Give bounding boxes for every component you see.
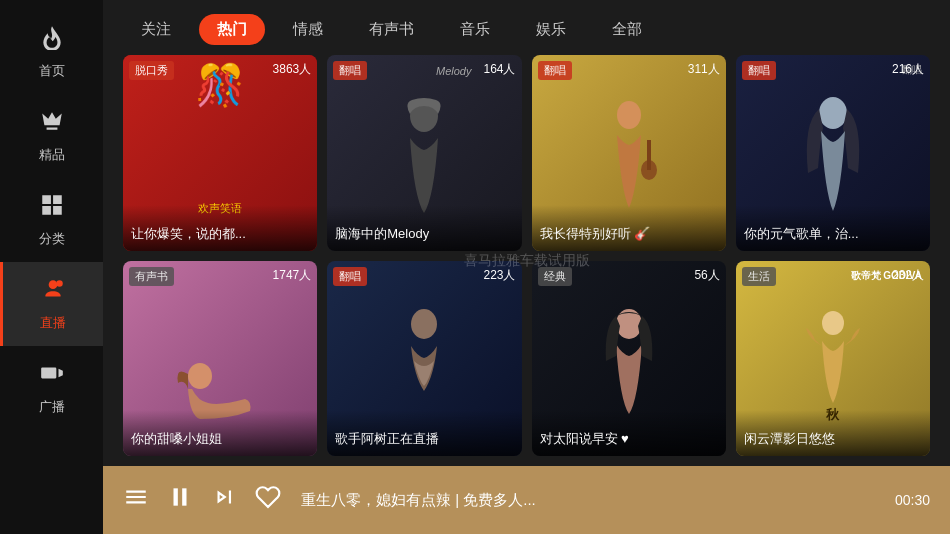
sidebar-item-broadcast[interactable]: 广播 — [0, 346, 103, 430]
playlist-icon[interactable] — [123, 484, 149, 516]
sidebar-item-category-label: 分类 — [39, 230, 65, 248]
card-tag: 经典 — [538, 267, 572, 286]
card-count: 1747人 — [273, 267, 312, 284]
card-tag: 翻唱 — [538, 61, 572, 80]
svg-point-5 — [617, 101, 641, 129]
player-controls — [123, 484, 281, 516]
pause-icon[interactable] — [167, 484, 193, 516]
sidebar-item-premium-label: 精品 — [39, 146, 65, 164]
card-tag: 生活 — [742, 267, 776, 286]
tab-emotion[interactable]: 情感 — [275, 14, 341, 45]
svg-point-12 — [822, 311, 844, 335]
sidebar-item-live-label: 直播 — [40, 314, 66, 332]
card-title: 让你爆笑，说的都... — [123, 205, 317, 251]
broadcast-icon — [39, 360, 65, 392]
svg-rect-7 — [647, 140, 651, 170]
card-tag: 翻唱 — [333, 61, 367, 80]
card-title: 脑海中的Melody — [327, 205, 521, 251]
card-count: 232人 — [892, 267, 924, 284]
card-title: 你的甜嗓小姐姐 — [123, 410, 317, 456]
grid-wrapper: 喜马拉雅车载试用版 🎊 欢声笑语 脱口秀 3863人 让你爆笑，说的都... — [103, 55, 950, 466]
svg-rect-3 — [44, 372, 49, 374]
svg-rect-14 — [182, 488, 186, 505]
tab-audiobook[interactable]: 有声书 — [351, 14, 432, 45]
svg-point-0 — [49, 280, 58, 289]
crown-icon — [39, 108, 65, 140]
card-title: 歌手阿树正在直播 — [327, 410, 521, 456]
player-bar: 重生八零，媳妇有点辣 | 免费多人... 00:30 — [103, 466, 950, 534]
tab-bar: 关注 热门 情感 有声书 音乐 娱乐 全部 — [103, 0, 950, 55]
card-title: 闲云潭影日悠悠 — [736, 410, 930, 456]
card-title: 对太阳说早安 ♥ — [532, 410, 726, 456]
card-count: 223人 — [483, 267, 515, 284]
card-title: 你的元气歌单，治... — [736, 205, 930, 251]
sidebar: 首页 精品 分类 直播 广播 — [0, 0, 103, 534]
sidebar-item-premium[interactable]: 精品 — [0, 94, 103, 178]
list-item[interactable]: 歌帝梵 GODIVA 秋 生活 232人 — [736, 261, 930, 457]
next-icon[interactable] — [211, 484, 237, 516]
tab-music[interactable]: 音乐 — [442, 14, 508, 45]
favorite-icon[interactable] — [255, 484, 281, 516]
tab-follow[interactable]: 关注 — [123, 14, 189, 45]
svg-point-9 — [188, 363, 212, 389]
list-item[interactable]: Melody 翻唱 164人 脑海中的Melody — [327, 55, 521, 251]
svg-point-11 — [616, 309, 642, 339]
card-grid: 🎊 欢声笑语 脱口秀 3863人 让你爆笑，说的都... Melod — [123, 55, 930, 456]
sidebar-item-home-label: 首页 — [39, 62, 65, 80]
card-tag: 脱口秀 — [129, 61, 174, 80]
grid-icon — [39, 192, 65, 224]
card-title: 我长得特别好听 🎸 — [532, 205, 726, 251]
card-tag: 翻唱 — [742, 61, 776, 80]
sidebar-item-home[interactable]: 首页 — [0, 10, 103, 94]
svg-rect-13 — [174, 488, 178, 505]
list-item[interactable]: 翻唱 翻唱 216人 你的元气歌单，治... — [736, 55, 930, 251]
main-content: 关注 热门 情感 有声书 音乐 娱乐 全部 喜马拉雅车载试用版 🎊 欢声笑语 脱… — [103, 0, 950, 534]
list-item[interactable]: 有声书 1747人 你的甜嗓小姐姐 — [123, 261, 317, 457]
card-count: 216人 — [892, 61, 924, 78]
player-title: 重生八零，媳妇有点辣 | 免费多人... — [301, 491, 875, 510]
sidebar-item-live[interactable]: 直播 — [0, 262, 103, 346]
tab-hot[interactable]: 热门 — [199, 14, 265, 45]
svg-point-1 — [56, 280, 63, 287]
sidebar-item-broadcast-label: 广播 — [39, 398, 65, 416]
card-count: 311人 — [688, 61, 720, 78]
card-count: 164人 — [483, 61, 515, 78]
list-item[interactable]: 🎊 欢声笑语 脱口秀 3863人 让你爆笑，说的都... — [123, 55, 317, 251]
fire-icon — [39, 24, 65, 56]
tab-entertainment[interactable]: 娱乐 — [518, 14, 584, 45]
svg-point-10 — [411, 309, 437, 339]
tab-all[interactable]: 全部 — [594, 14, 660, 45]
list-item[interactable]: 翻唱 223人 歌手阿树正在直播 — [327, 261, 521, 457]
sidebar-item-category[interactable]: 分类 — [0, 178, 103, 262]
svg-point-8 — [819, 97, 847, 129]
list-item[interactable]: 经典 56人 对太阳说早安 ♥ — [532, 261, 726, 457]
card-count: 56人 — [694, 267, 719, 284]
card-tag: 有声书 — [129, 267, 174, 286]
player-time: 00:30 — [895, 492, 930, 508]
list-item[interactable]: 翻唱 311人 我长得特别好听 🎸 — [532, 55, 726, 251]
mic-icon — [40, 276, 66, 308]
card-count: 3863人 — [273, 61, 312, 78]
card-tag: 翻唱 — [333, 267, 367, 286]
